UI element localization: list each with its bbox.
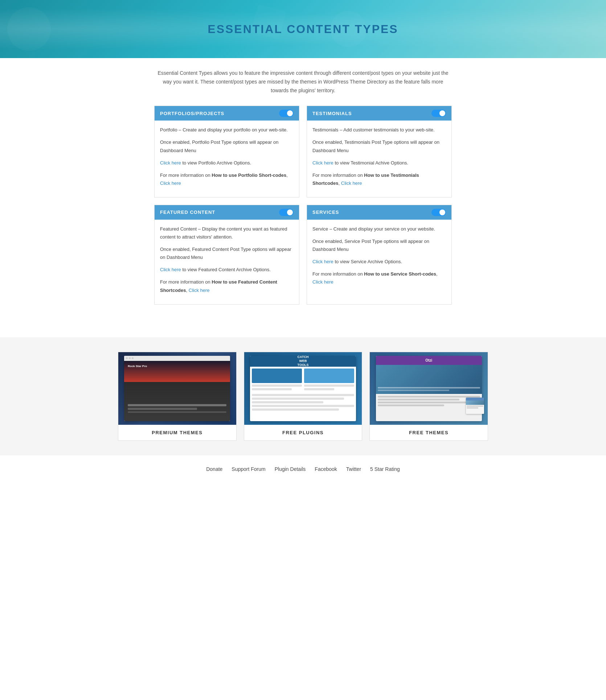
promo-label-plugins: FREE PLUGINS <box>244 425 362 440</box>
testimonials-text3: For more information on How to use Testi… <box>312 171 446 187</box>
card-body-portfolios: Portfolio – Create and display your port… <box>155 121 299 197</box>
featured-text2: Once enabled, Featured Content Post Type… <box>160 245 294 261</box>
card-body-featured: Featured Content – Display the content y… <box>155 220 299 304</box>
card-featured: FEATURED CONTENT Featured Content – Disp… <box>154 205 299 305</box>
footer-link-plugin[interactable]: Plugin Details <box>275 466 306 472</box>
footer-link-support[interactable]: Support Forum <box>232 466 265 472</box>
services-text3: For more information on How to use Servi… <box>312 270 446 286</box>
card-header-portfolios: PORTFOLIOS/PROJECTS <box>155 106 299 121</box>
toggle-testimonials[interactable] <box>431 110 446 117</box>
services-link1: Click here to view Service Archive Optio… <box>312 258 446 266</box>
card-header-testimonials: TESTIMONIALS <box>307 106 451 121</box>
card-title-featured: FEATURED CONTENT <box>160 209 215 215</box>
footer-link-facebook[interactable]: Facebook <box>315 466 337 472</box>
footer: Donate Support Forum Plugin Details Face… <box>0 455 606 483</box>
services-archive-link[interactable]: Click here <box>312 259 333 264</box>
svg-point-0 <box>7 7 51 51</box>
footer-link-twitter[interactable]: Twitter <box>346 466 361 472</box>
featured-archive-link[interactable]: Click here <box>160 267 181 272</box>
portfolios-link1: Click here to view Portfolio Archive Opt… <box>160 159 294 167</box>
promo-image-plugins: CATCHWEBTOOLS <box>244 352 362 425</box>
card-body-testimonials: Testimonials – Add customer testimonials… <box>307 121 451 197</box>
card-body-services: Service – Create and display your servic… <box>307 220 451 296</box>
card-testimonials: TESTIMONIALS Testimonials – Add customer… <box>307 106 452 198</box>
card-portfolios: PORTFOLIOS/PROJECTS Portfolio – Create a… <box>154 106 299 198</box>
testimonials-text1: Testimonials – Add customer testimonials… <box>312 126 446 134</box>
testimonials-link1: Click here to view Testimonial Achive Op… <box>312 159 446 167</box>
card-title-testimonials: TESTIMONIALS <box>312 111 352 116</box>
content-grid: PORTFOLIOS/PROJECTS Portfolio – Create a… <box>154 106 452 304</box>
page-description: Essential Content Types allows you to fe… <box>154 69 452 95</box>
testimonials-text2: Once enabled, Testimonials Post Type opt… <box>312 138 446 154</box>
testimonials-shortcodes-link[interactable]: Click here <box>341 180 362 186</box>
promo-label-premium: PREMIUM THEMES <box>118 425 236 440</box>
promo-card-plugins[interactable]: CATCHWEBTOOLS <box>244 352 363 441</box>
themes-mock: Otzi <box>376 356 482 421</box>
promo-card-themes[interactable]: Otzi <box>369 352 488 441</box>
services-text1: Service – Create and display your servic… <box>312 225 446 233</box>
services-shortcodes-link[interactable]: Click here <box>312 279 333 285</box>
featured-shortcodes-link[interactable]: Click here <box>189 288 210 293</box>
services-text2: Once enabled, Service Post Type options … <box>312 237 446 253</box>
card-header-services: SERVICES <box>307 205 451 220</box>
promo-section: Rock Star Pro PREMIUM THEMES CATCHWEBTOO… <box>0 337 606 455</box>
portfolios-text1: Portfolio – Create and display your port… <box>160 126 294 134</box>
main-content: Essential Content Types allows you to fe… <box>147 58 459 337</box>
portfolios-shortcodes-link[interactable]: Click here <box>160 180 181 186</box>
featured-text1: Featured Content – Display the content y… <box>160 225 294 241</box>
card-header-featured: FEATURED CONTENT <box>155 205 299 220</box>
toggle-featured[interactable] <box>279 209 294 216</box>
toggle-portfolios[interactable] <box>279 110 294 117</box>
hero-banner: ESSENTIAL CONTENT TYPES <box>0 0 606 58</box>
plugins-mock: CATCHWEBTOOLS <box>250 356 356 421</box>
promo-label-themes: FREE THEMES <box>370 425 488 440</box>
toggle-services[interactable] <box>431 209 446 216</box>
footer-nav: Donate Support Forum Plugin Details Face… <box>7 466 599 472</box>
footer-link-rating[interactable]: 5 Star Rating <box>370 466 400 472</box>
footer-link-donate[interactable]: Donate <box>206 466 222 472</box>
promo-image-premium: Rock Star Pro <box>118 352 236 425</box>
featured-link1: Click here to view Featured Content Arch… <box>160 266 294 274</box>
portfolios-text3: For more information on How to use Portf… <box>160 171 294 187</box>
card-services: SERVICES Service – Create and display yo… <box>307 205 452 305</box>
promo-grid: Rock Star Pro PREMIUM THEMES CATCHWEBTOO… <box>118 352 488 441</box>
promo-card-premium[interactable]: Rock Star Pro PREMIUM THEMES <box>118 352 237 441</box>
featured-text3: For more information on How to use Featu… <box>160 278 294 294</box>
testimonials-archive-link[interactable]: Click here <box>312 160 333 166</box>
portfolios-text2: Once enabled, Portfolio Post Type option… <box>160 138 294 154</box>
card-title-services: SERVICES <box>312 209 339 215</box>
portfolios-archive-link[interactable]: Click here <box>160 160 181 166</box>
promo-image-themes: Otzi <box>370 352 488 425</box>
card-title-portfolios: PORTFOLIOS/PROJECTS <box>160 111 224 116</box>
page-title: ESSENTIAL CONTENT TYPES <box>208 23 398 36</box>
premium-mock-browser: Rock Star Pro <box>124 356 230 421</box>
